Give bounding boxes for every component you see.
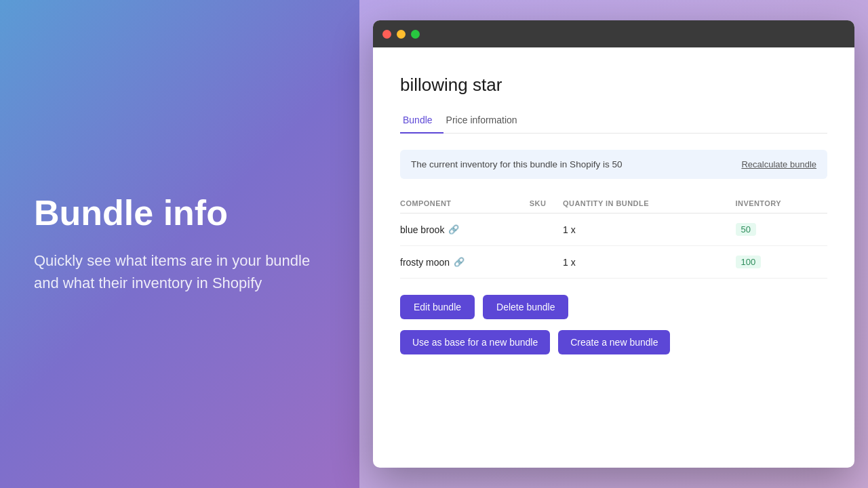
quantity-1: 1 x [563, 214, 736, 246]
table-row: frosty moon 🔗 1 x 100 [400, 246, 827, 279]
col-component: COMPONENT [400, 194, 530, 214]
left-description: Quickly see what items are in your bundl… [34, 249, 326, 294]
use-as-base-button[interactable]: Use as base for a new bundle [400, 330, 550, 354]
right-panel: billowing star Bundle Price information … [359, 0, 868, 488]
browser-content: billowing star Bundle Price information … [373, 47, 854, 468]
browser-window: billowing star Bundle Price information … [373, 20, 854, 468]
create-new-bundle-button[interactable]: Create a new bundle [558, 330, 670, 354]
browser-titlebar [373, 20, 854, 47]
col-inventory: INVENTORY [736, 194, 827, 214]
sku-1 [530, 214, 563, 246]
sku-2 [530, 246, 563, 279]
delete-bundle-button[interactable]: Delete bundle [483, 295, 568, 319]
link-icon-1[interactable]: 🔗 [448, 224, 459, 235]
component-name-1: blue brook 🔗 [400, 224, 530, 235]
action-row-2: Use as base for a new bundle Create a ne… [400, 330, 827, 354]
left-title: Bundle info [34, 194, 326, 232]
minimize-icon[interactable] [397, 30, 406, 39]
left-panel: Bundle info Quickly see what items are i… [0, 0, 359, 488]
maximize-icon[interactable] [411, 30, 420, 39]
tabs: Bundle Price information [400, 109, 827, 134]
inventory-1: 50 [736, 214, 827, 246]
action-row-1: Edit bundle Delete bundle [400, 295, 827, 319]
tab-price-information[interactable]: Price information [443, 109, 528, 134]
link-icon-2[interactable]: 🔗 [454, 257, 465, 267]
close-icon[interactable] [382, 30, 391, 39]
inventory-2: 100 [736, 246, 827, 279]
table-row: blue brook 🔗 1 x 50 [400, 214, 827, 246]
component-label-2: frosty moon [400, 257, 450, 268]
inventory-badge-2: 100 [736, 256, 762, 268]
component-name-2: frosty moon 🔗 [400, 257, 530, 268]
info-banner: The current inventory for this bundle in… [400, 150, 827, 179]
inventory-badge-1: 50 [736, 223, 756, 236]
col-quantity: QUANTITY IN BUNDLE [563, 194, 736, 214]
bundle-table: COMPONENT SKU QUANTITY IN BUNDLE INVENTO… [400, 194, 827, 279]
bundle-title: billowing star [400, 75, 827, 96]
info-banner-text: The current inventory for this bundle in… [411, 159, 622, 169]
recalculate-button[interactable]: Recalculate bundle [741, 159, 816, 169]
quantity-2: 1 x [563, 246, 736, 279]
tab-bundle[interactable]: Bundle [400, 109, 443, 134]
component-label-1: blue brook [400, 224, 444, 235]
edit-bundle-button[interactable]: Edit bundle [400, 295, 475, 319]
col-sku: SKU [530, 194, 563, 214]
